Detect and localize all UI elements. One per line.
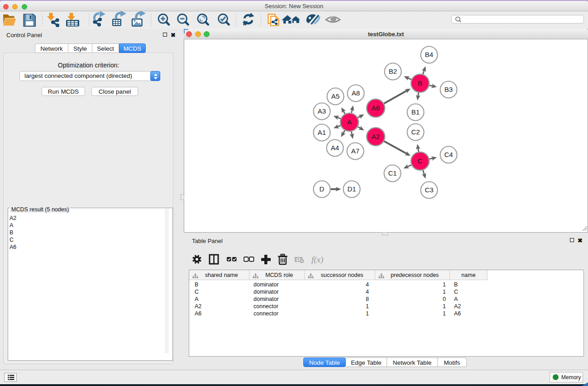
svg-text:C1: C1: [388, 169, 397, 177]
svg-text:B: B: [418, 79, 422, 87]
svg-text:C2: C2: [411, 128, 420, 136]
svg-text:B3: B3: [445, 86, 453, 93]
svg-text:A: A: [347, 118, 352, 126]
svg-text:C3: C3: [425, 186, 433, 194]
svg-text:A8: A8: [352, 89, 360, 97]
svg-text:A1: A1: [318, 129, 326, 136]
svg-text:A6: A6: [372, 104, 380, 112]
svg-text:f(x): f(x): [311, 255, 323, 265]
svg-text:A4: A4: [331, 144, 339, 152]
svg-text:A2: A2: [372, 133, 380, 140]
svg-text:B4: B4: [425, 51, 433, 58]
svg-text:A5: A5: [331, 92, 339, 100]
svg-text:D1: D1: [347, 185, 356, 193]
svg-text:A7: A7: [351, 147, 359, 155]
svg-text:D: D: [320, 185, 325, 193]
svg-text:B1: B1: [411, 108, 420, 116]
svg-text:C4: C4: [444, 151, 453, 158]
svg-text:B2: B2: [389, 67, 397, 75]
svg-text:A3: A3: [318, 107, 326, 115]
svg-text:C: C: [418, 157, 423, 165]
